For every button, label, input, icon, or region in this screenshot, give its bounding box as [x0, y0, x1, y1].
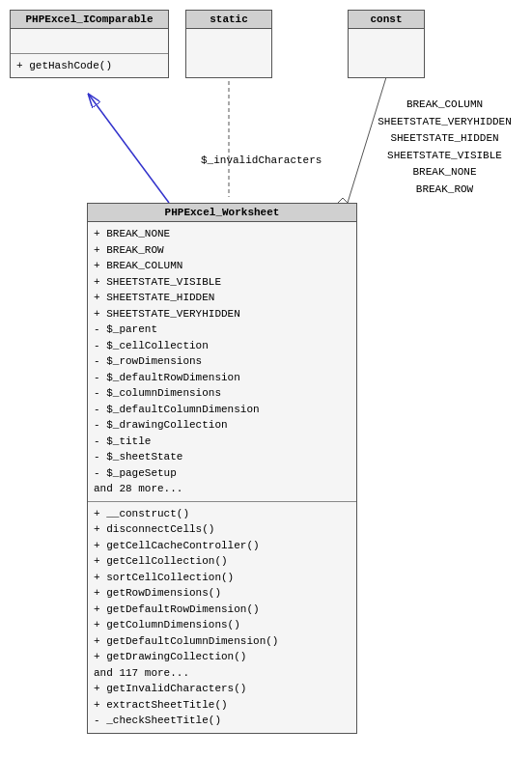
- prop-2: + BREAK_ROW: [94, 242, 350, 259]
- prop-9: - $_rowDimensions: [94, 353, 350, 370]
- const-box: const: [348, 10, 425, 78]
- method-9: + getDefaultColumnDimension(): [94, 633, 350, 650]
- prop-14: - $_title: [94, 434, 350, 450]
- const-label-6: BREAK_ROW: [365, 182, 524, 199]
- const-label-1: BREAK_COLUMN: [365, 97, 524, 114]
- method-2: + disconnectCells(): [94, 521, 350, 538]
- icomparable-methods: + getHashCode(): [11, 53, 168, 78]
- method-more: and 117 more...: [94, 665, 350, 682]
- const-title: const: [349, 11, 424, 29]
- static-box: static: [185, 10, 272, 78]
- worksheet-methods: + __construct() + disconnectCells() + ge…: [88, 501, 356, 733]
- const-labels: BREAK_COLUMN SHEETSTATE_VERYHIDDEN SHEET…: [365, 97, 524, 199]
- method-11: + getInvalidCharacters(): [94, 681, 350, 697]
- worksheet-box: PHPExcel_Worksheet + BREAK_NONE + BREAK_…: [87, 203, 357, 734]
- method-1: + __construct(): [94, 506, 350, 522]
- const-label-2: SHEETSTATE_VERYHIDDEN: [365, 114, 524, 131]
- prop-6: + SHEETSTATE_VERYHIDDEN: [94, 306, 350, 322]
- method-7: + getDefaultRowDimension(): [94, 602, 350, 618]
- worksheet-title: PHPExcel_Worksheet: [88, 204, 356, 222]
- arrow-label-invalid-chars: $_invalidCharacters: [201, 154, 322, 166]
- diagram-container: PHPExcel_IComparable + getHashCode() sta…: [0, 0, 532, 757]
- method-12: + extractSheetTitle(): [94, 697, 350, 714]
- prop-more: and 28 more...: [94, 481, 350, 497]
- const-label-5: BREAK_NONE: [365, 164, 524, 182]
- method-8: + getColumnDimensions(): [94, 617, 350, 633]
- icomparable-title: PHPExcel_IComparable: [11, 11, 168, 29]
- const-label-4: SHEETSTATE_VISIBLE: [365, 148, 524, 165]
- static-body: [186, 29, 271, 77]
- prop-4: + SHEETSTATE_VISIBLE: [94, 274, 350, 291]
- prop-12: - $_defaultColumnDimension: [94, 402, 350, 418]
- const-label-3: SHEETSTATE_HIDDEN: [365, 130, 524, 148]
- icomparable-method: + getHashCode(): [16, 60, 112, 71]
- prop-11: - $_columnDimensions: [94, 385, 350, 402]
- prop-16: - $_pageSetup: [94, 465, 350, 482]
- const-body: [349, 29, 424, 77]
- icomparable-body: [11, 29, 168, 53]
- static-title: static: [186, 11, 271, 29]
- prop-7: - $_parent: [94, 322, 350, 338]
- method-13: - _checkSheetTitle(): [94, 713, 350, 729]
- method-6: + getRowDimensions(): [94, 585, 350, 602]
- prop-13: - $_drawingCollection: [94, 417, 350, 434]
- prop-8: - $_cellCollection: [94, 338, 350, 354]
- worksheet-properties: + BREAK_NONE + BREAK_ROW + BREAK_COLUMN …: [88, 222, 356, 501]
- prop-3: + BREAK_COLUMN: [94, 258, 350, 274]
- svg-line-0: [89, 95, 169, 203]
- method-3: + getCellCacheController(): [94, 538, 350, 554]
- prop-5: + SHEETSTATE_HIDDEN: [94, 290, 350, 306]
- prop-15: - $_sheetState: [94, 449, 350, 465]
- method-10: + getDrawingCollection(): [94, 649, 350, 665]
- method-5: + sortCellCollection(): [94, 570, 350, 586]
- prop-10: - $_defaultRowDimension: [94, 370, 350, 386]
- icomparable-box: PHPExcel_IComparable + getHashCode(): [10, 10, 169, 78]
- method-4: + getCellCollection(): [94, 553, 350, 570]
- prop-1: + BREAK_NONE: [94, 226, 350, 242]
